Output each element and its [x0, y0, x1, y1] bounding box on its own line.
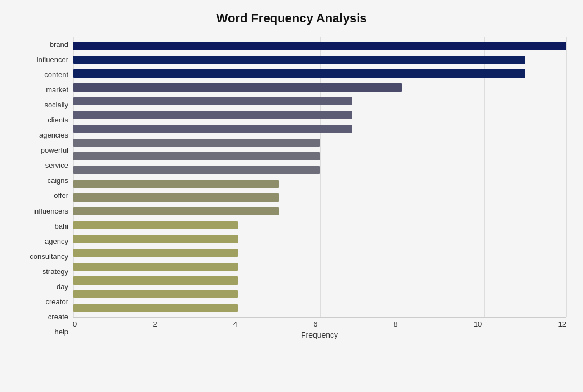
- y-axis-label: service: [45, 162, 68, 169]
- bar-row: [73, 108, 566, 122]
- x-axis: 024681012: [73, 318, 566, 328]
- y-axis-label: consultancy: [30, 253, 68, 260]
- bar: [73, 290, 238, 298]
- bars-area: [73, 37, 566, 318]
- bar: [73, 125, 352, 133]
- bar: [73, 304, 238, 312]
- bar-row: [73, 260, 566, 274]
- bar-row: [73, 177, 566, 191]
- bar: [73, 235, 238, 243]
- bar-row: [73, 122, 566, 136]
- bar: [73, 249, 238, 257]
- bar: [73, 276, 238, 284]
- bar-row: [73, 163, 566, 177]
- bars-and-x: 024681012 Frequency: [73, 37, 566, 339]
- y-axis-label: strategy: [43, 268, 68, 275]
- bar-row: [73, 149, 566, 163]
- bar-row: [73, 53, 566, 67]
- chart-title: Word Frequency Analysis: [17, 11, 566, 26]
- bar-row: [73, 95, 566, 108]
- x-tick: 0: [73, 320, 77, 328]
- bar-row: [73, 81, 566, 95]
- bar: [73, 180, 279, 188]
- x-axis-label: Frequency: [73, 330, 566, 339]
- y-axis-label: influencers: [33, 207, 68, 215]
- bar: [73, 69, 525, 77]
- bar-row: [73, 191, 566, 205]
- y-axis-label: clients: [48, 116, 68, 124]
- y-axis-label: help: [54, 328, 68, 336]
- bar: [73, 221, 238, 229]
- y-axis-label: content: [44, 71, 68, 78]
- y-axis-label: influencer: [37, 56, 68, 63]
- bar: [73, 152, 320, 160]
- x-tick: 12: [558, 320, 566, 328]
- bar-row: [73, 301, 566, 315]
- y-axis-label: create: [48, 313, 68, 320]
- bar: [73, 97, 352, 105]
- y-axis-label: caigns: [47, 177, 68, 184]
- y-axis-label: powerful: [41, 147, 68, 154]
- y-axis-label: creator: [46, 298, 68, 305]
- chart-area: brandinfluencercontentmarketsociallyclie…: [17, 37, 566, 339]
- x-tick: 10: [474, 320, 482, 328]
- y-axis-label: day: [57, 283, 68, 290]
- bar-row: [73, 67, 566, 81]
- y-axis-label: market: [46, 86, 68, 93]
- x-tick: 4: [233, 320, 237, 328]
- bar-row: [73, 287, 566, 301]
- bar-row: [73, 273, 566, 287]
- y-axis-label: socially: [44, 101, 68, 108]
- bar: [73, 139, 320, 147]
- bar: [73, 207, 279, 215]
- bar: [73, 42, 566, 50]
- bar-row: [73, 246, 566, 260]
- bar: [73, 166, 320, 174]
- bar: [73, 83, 402, 91]
- bar: [73, 56, 525, 64]
- y-axis: brandinfluencercontentmarketsociallyclie…: [17, 37, 73, 339]
- y-axis-label: agencies: [39, 131, 68, 139]
- x-tick: 2: [153, 320, 157, 328]
- grid-line: [566, 37, 567, 317]
- bars-wrapper: [73, 37, 566, 317]
- bar: [73, 111, 352, 119]
- bar-row: [73, 136, 566, 150]
- chart-container: Word Frequency Analysis brandinfluencerc…: [0, 0, 583, 392]
- x-tick: 6: [313, 320, 317, 328]
- y-axis-label: agency: [45, 238, 68, 245]
- x-tick: 8: [394, 320, 398, 328]
- bar: [73, 193, 279, 201]
- bar: [73, 263, 238, 271]
- bar-row: [73, 205, 566, 219]
- bar-row: [73, 39, 566, 53]
- y-axis-label: brand: [50, 41, 68, 48]
- y-axis-label: offer: [54, 192, 68, 199]
- bar-row: [73, 219, 566, 233]
- y-axis-label: bahi: [54, 223, 68, 230]
- bar-row: [73, 232, 566, 246]
